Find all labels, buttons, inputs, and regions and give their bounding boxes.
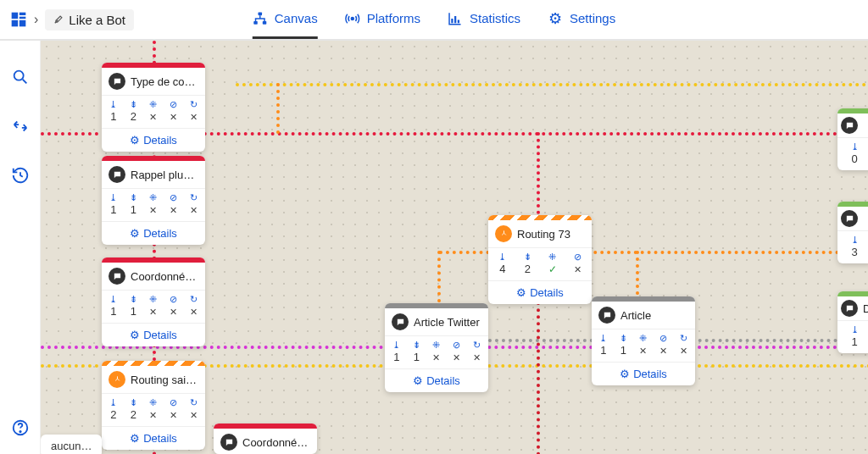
breadcrumb-label: Like a Bot: [69, 13, 125, 27]
message-icon: [841, 117, 858, 134]
tab-label: Statistics: [470, 11, 520, 25]
collapse-icon[interactable]: [11, 117, 30, 136]
tab-statistics[interactable]: Statistics: [448, 0, 520, 39]
tab-settings[interactable]: Settings: [548, 0, 615, 39]
node-article[interactable]: Article ⤓⇟⁜⊘↻ 11 Details: [592, 296, 695, 385]
message-icon: [841, 300, 858, 317]
gear-icon: [130, 134, 140, 147]
node-routing-saisi[interactable]: Routing saisi… ⤓⇟⁜⊘↻ 22 Details: [102, 361, 205, 450]
details-button[interactable]: Details: [385, 368, 488, 392]
sitemap-icon: [253, 11, 268, 26]
node-title: Routing saisi…: [131, 374, 198, 386]
message-icon: [598, 307, 615, 324]
node-partial-3[interactable]: D ⤓ 1: [837, 291, 868, 353]
routing-icon: [108, 371, 125, 388]
breadcrumb-bot-name[interactable]: Like a Bot: [45, 9, 134, 30]
tab-platforms[interactable]: Platforms: [345, 0, 420, 39]
svg-rect-9: [452, 19, 453, 23]
node-type-de-contenu[interactable]: Type de cont… ⤓⇟⁜⊘↻ 12 Details: [102, 63, 205, 152]
node-header: Type de cont…: [102, 68, 205, 96]
header-tabs: Canvas Platforms Statistics Settings: [253, 0, 615, 39]
node-title: Rappel plus t…: [131, 169, 198, 181]
node-article-twitter[interactable]: Article Twitter ⤓⇟⁜⊘↻ 11 Details: [385, 303, 488, 392]
svg-rect-10: [454, 16, 456, 23]
node-partial-2[interactable]: ⤓ 3: [837, 202, 868, 263]
message-icon: [392, 313, 409, 330]
svg-rect-0: [12, 13, 19, 19]
app-logo-icon[interactable]: [10, 11, 27, 28]
details-button[interactable]: Details: [102, 323, 205, 346]
details-button[interactable]: Details: [488, 280, 592, 304]
message-icon: [108, 268, 125, 285]
left-sidebar: [0, 41, 41, 454]
tools-icon: [53, 13, 65, 27]
gear-icon: [548, 11, 563, 26]
svg-point-12: [14, 71, 23, 80]
node-coordonnee[interactable]: Coordonnée … ⤓⇟⁜⊘↻ 11 Details: [102, 257, 205, 346]
routing-icon: [495, 225, 512, 242]
node-partial-1[interactable]: ⤓ 0: [837, 108, 868, 170]
search-icon[interactable]: [11, 68, 30, 86]
broadcast-icon: [345, 11, 360, 26]
node-title: Routing 73: [517, 228, 585, 241]
main-area: Type de cont… ⤓⇟⁜⊘↻ 12 Details Rappel pl…: [0, 41, 868, 454]
node-title: Type de cont…: [131, 75, 198, 88]
svg-rect-4: [19, 20, 26, 27]
svg-point-14: [19, 431, 20, 432]
details-button[interactable]: Details: [102, 128, 205, 152]
message-icon: [220, 434, 237, 451]
node-stats-values: 12: [102, 110, 205, 128]
svg-rect-1: [19, 13, 26, 15]
details-button[interactable]: Details: [102, 221, 205, 245]
canvas[interactable]: Type de cont… ⤓⇟⁜⊘↻ 12 Details Rappel pl…: [41, 41, 868, 454]
message-icon: [841, 210, 858, 227]
node-title: Article Twitter: [414, 316, 481, 329]
tab-label: Platforms: [367, 11, 420, 25]
node-title: Article: [620, 309, 688, 322]
node-coordonnees2[interactable]: Coordonnées…: [214, 424, 317, 454]
chart-icon: [448, 11, 463, 26]
svg-rect-6: [253, 21, 258, 25]
header-left: › Like a Bot: [0, 9, 134, 30]
tab-label: Settings: [570, 11, 615, 25]
node-title: Coordonnée …: [131, 270, 198, 283]
node-stats-icons: ⤓⇟⁜⊘↻: [102, 96, 205, 110]
message-icon: [108, 166, 125, 183]
tab-canvas[interactable]: Canvas: [253, 0, 318, 39]
details-button[interactable]: Details: [102, 426, 205, 450]
app-header: › Like a Bot Canvas Platforms Statistics…: [0, 0, 868, 41]
node-rappel[interactable]: Rappel plus t… ⤓⇟⁜⊘↻ 11 Details: [102, 156, 205, 245]
node-title: Coordonnées…: [242, 436, 310, 449]
tab-label: Canvas: [275, 11, 318, 25]
chevron-right-icon: ›: [34, 12, 38, 27]
history-icon[interactable]: [11, 166, 30, 185]
svg-rect-7: [263, 21, 267, 25]
svg-rect-3: [12, 20, 19, 27]
node-routing-73[interactable]: Routing 73 ⤓⇟⁜⊘ 42 Details: [488, 215, 592, 304]
details-button[interactable]: Details: [592, 362, 695, 385]
help-icon[interactable]: [11, 418, 30, 437]
message-icon: [108, 73, 125, 90]
svg-point-8: [351, 17, 353, 19]
svg-rect-11: [458, 19, 459, 23]
node-aucun-partial[interactable]: aucun…: [41, 435, 102, 454]
svg-rect-2: [19, 17, 26, 19]
svg-rect-5: [259, 12, 263, 15]
